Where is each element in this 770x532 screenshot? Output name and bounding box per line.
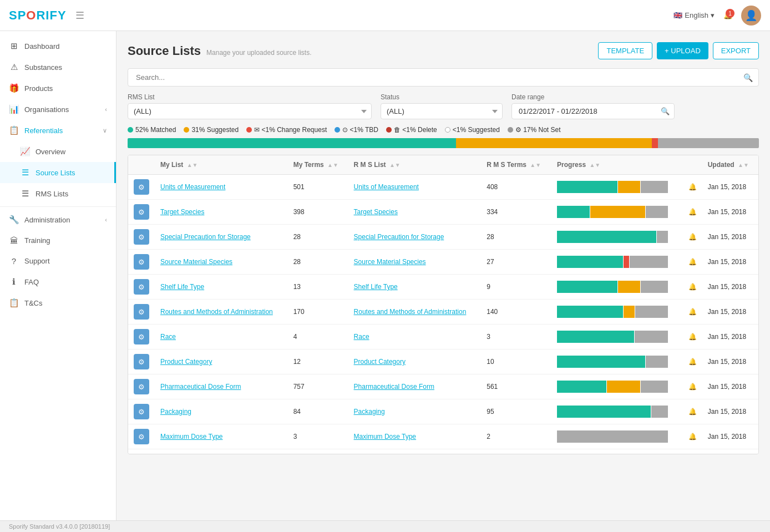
- bell-cell: 🔔: [683, 424, 702, 449]
- rms-list-link[interactable]: Shelf Life Type: [354, 283, 398, 291]
- gear-button[interactable]: ⚙: [134, 379, 149, 394]
- substances-icon: ⚠: [9, 62, 19, 72]
- my-list-link[interactable]: Routes and Methods of Administration: [160, 308, 273, 316]
- rms-list-link[interactable]: Target Species: [354, 208, 398, 216]
- my-list-cell: Shelf Life Type: [155, 275, 288, 300]
- sidebar-item-products[interactable]: 🎁 Products: [0, 78, 116, 99]
- search-input[interactable]: [134, 69, 743, 86]
- sidebar-item-support[interactable]: ? Support: [0, 251, 116, 271]
- sidebar-item-training[interactable]: 🏛 Training: [0, 230, 116, 251]
- sidebar-item-referentials[interactable]: 📋 Referentials ∨: [0, 120, 116, 141]
- rms-list-link[interactable]: Special Precaution for Storage: [354, 233, 444, 241]
- my-list-link[interactable]: Pharmaceutical Dose Form: [160, 383, 241, 391]
- page-header: Source Lists Manage your uploaded source…: [128, 42, 759, 59]
- my-terms-cell: 170: [288, 300, 348, 325]
- source-lists-icon: ☰: [20, 168, 30, 178]
- rms-list-link[interactable]: Race: [354, 333, 369, 341]
- sidebar-item-faq[interactable]: ℹ FAQ: [0, 271, 116, 292]
- table-row: ⚙Maximum Dose Type3Maximum Dose Type2🔔Ja…: [128, 424, 758, 449]
- rms-list-link[interactable]: Pharmaceutical Dose Form: [354, 383, 434, 391]
- my-list-link[interactable]: Product Category: [160, 358, 212, 366]
- gear-button[interactable]: ⚙: [134, 304, 149, 320]
- my-terms-cell: 757: [288, 374, 348, 399]
- upload-button[interactable]: + UPLOAD: [657, 42, 708, 59]
- sidebar-item-dashboard[interactable]: ⊞ Dashboard: [0, 36, 116, 57]
- rms-terms-cell: 95: [481, 399, 551, 424]
- rms-terms-cell: 27: [481, 250, 551, 275]
- my-list-link[interactable]: Packaging: [160, 408, 191, 416]
- rms-list-link[interactable]: Product Category: [354, 358, 406, 366]
- bell-cell: 🔔: [683, 325, 702, 349]
- gear-button[interactable]: ⚙: [134, 429, 149, 444]
- rms-terms-cell: 9: [481, 275, 551, 300]
- my-list-link[interactable]: Target Species: [160, 208, 204, 216]
- rms-list-select[interactable]: (ALL): [128, 103, 372, 119]
- gear-button[interactable]: ⚙: [134, 204, 149, 220]
- col-rms-list[interactable]: R M S List ▲▼: [348, 155, 482, 175]
- col-rms-terms[interactable]: R M S Terms ▲▼: [481, 155, 551, 175]
- progress-segment: [557, 406, 651, 418]
- progress-segment: [618, 181, 640, 193]
- col-updated[interactable]: Updated ▲▼: [702, 155, 758, 175]
- gear-button[interactable]: ⚙: [134, 229, 149, 245]
- updated-cell: Jan 15, 2018: [702, 250, 758, 275]
- language-selector[interactable]: 🇬🇧 English ▾: [673, 11, 715, 19]
- table-row: ⚙Shelf Life Type13Shelf Life Type9🔔Jan 1…: [128, 275, 758, 300]
- my-list-link[interactable]: Special Precaution for Storage: [160, 233, 251, 241]
- gear-button[interactable]: ⚙: [134, 179, 149, 195]
- gear-button[interactable]: ⚙: [134, 279, 149, 295]
- gear-button[interactable]: ⚙: [134, 354, 149, 369]
- my-list-link[interactable]: Source Material Species: [160, 258, 232, 266]
- my-list-link[interactable]: Units of Measurement: [160, 183, 225, 191]
- bell-cell: 🔔: [683, 300, 702, 325]
- updated-cell: Jan 15, 2018: [702, 225, 758, 250]
- user-avatar[interactable]: 👤: [741, 6, 761, 26]
- status-select[interactable]: (ALL): [381, 103, 503, 119]
- bell-cell: 🔔: [683, 349, 702, 374]
- gear-button[interactable]: ⚙: [134, 254, 149, 270]
- progress-cell: [551, 225, 683, 250]
- sidebar-item-tcs[interactable]: 📋 T&Cs: [0, 292, 116, 313]
- progress-segment: [624, 306, 635, 318]
- app-logo[interactable]: SPORIFY: [9, 8, 67, 23]
- rms-list-link[interactable]: Units of Measurement: [354, 183, 419, 191]
- template-button[interactable]: TEMPLATE: [598, 42, 652, 59]
- progress-segment: [557, 256, 623, 268]
- progress-segment: [646, 206, 668, 218]
- col-my-terms[interactable]: My Terms ▲▼: [288, 155, 348, 175]
- gear-button[interactable]: ⚙: [134, 329, 149, 344]
- rms-terms-cell: 140: [481, 300, 551, 325]
- my-list-link[interactable]: Maximum Dose Type: [160, 433, 222, 440]
- date-search-icon[interactable]: 🔍: [661, 107, 670, 115]
- sidebar-item-overview[interactable]: 📈 Overview: [0, 141, 116, 162]
- hamburger-icon[interactable]: ☰: [75, 9, 84, 22]
- legend-dot-matched: [128, 127, 133, 133]
- sort-icon: ▲▼: [530, 162, 541, 168]
- gear-cell: ⚙: [128, 275, 155, 300]
- rms-list-link[interactable]: Source Material Species: [354, 258, 426, 266]
- table-row: ⚙Race4Race3🔔Jan 15, 2018: [128, 325, 758, 349]
- export-button[interactable]: EXPORT: [713, 42, 759, 59]
- search-icon[interactable]: 🔍: [743, 73, 753, 82]
- rms-list-cell: Product Category: [348, 349, 482, 374]
- col-my-list[interactable]: My List ▲▼: [155, 155, 288, 175]
- my-list-link[interactable]: Shelf Life Type: [160, 283, 204, 291]
- sidebar-item-administration[interactable]: 🔧 Administration ‹: [0, 209, 116, 230]
- sidebar-item-substances[interactable]: ⚠ Substances: [0, 57, 116, 78]
- date-range-input[interactable]: [516, 104, 661, 119]
- my-list-link[interactable]: Race: [160, 333, 176, 341]
- notification-bell[interactable]: 🔔 1: [723, 11, 732, 19]
- rms-list-link[interactable]: Maximum Dose Type: [354, 433, 416, 440]
- col-progress[interactable]: Progress ▲▼: [551, 155, 683, 175]
- legend: 52% Matched 31% Suggested ✉ <1% Change R…: [128, 126, 759, 134]
- sidebar-item-label: Substances: [24, 63, 107, 72]
- progress-cell: [551, 325, 683, 349]
- rms-list-link[interactable]: Routes and Methods of Administration: [354, 308, 467, 316]
- sidebar-item-source-lists[interactable]: ☰ Source Lists: [0, 162, 116, 183]
- gear-button[interactable]: ⚙: [134, 454, 149, 454]
- rms-list-link[interactable]: Packaging: [354, 408, 385, 416]
- sidebar-item-rms-lists[interactable]: ☰ RMS Lists: [0, 183, 116, 204]
- sidebar-item-organisations[interactable]: 📊 Organisations ‹: [0, 99, 116, 120]
- gear-button[interactable]: ⚙: [134, 404, 149, 419]
- sidebar-item-label: Organisations: [24, 105, 99, 114]
